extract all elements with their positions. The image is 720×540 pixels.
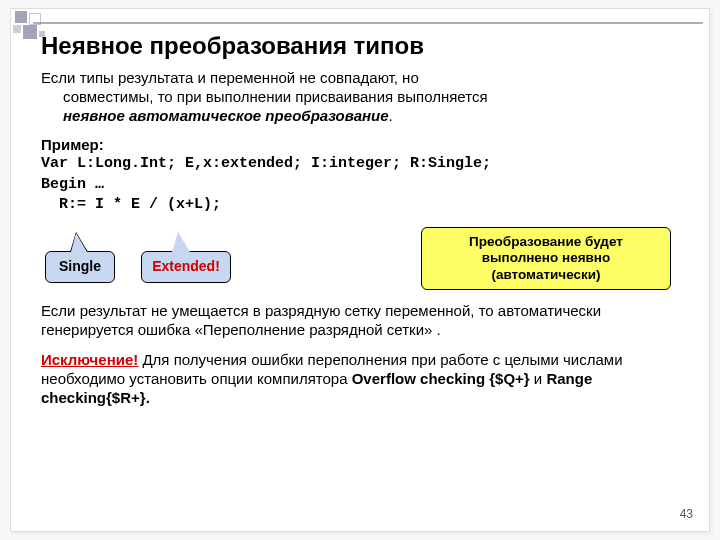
- callout-extended: Extended!: [141, 251, 231, 283]
- callout-note-text: Преобразование будет выполнено неявно (а…: [469, 234, 623, 281]
- callout-single-text: Single: [59, 258, 101, 274]
- slide-content: Неявное преобразования типов Если типы р…: [11, 9, 709, 423]
- code-line-1: Var L:Long.Int; E,x:extended; I:integer;…: [41, 154, 683, 174]
- example-label: Пример:: [41, 135, 683, 154]
- slide: Неявное преобразования типов Если типы р…: [10, 8, 710, 532]
- corner-decoration: [13, 11, 73, 39]
- code-line-2: Begin …: [41, 175, 683, 195]
- callout-note: Преобразование будет выполнено неявно (а…: [421, 227, 671, 290]
- exception-and: и: [530, 370, 547, 387]
- page-number: 43: [680, 507, 693, 521]
- callout-tail-icon: [70, 232, 88, 252]
- top-rule: [33, 22, 703, 24]
- intro-line2: совместимы, то при выполнении присваиван…: [63, 88, 488, 105]
- callout-extended-text: Extended!: [152, 258, 220, 274]
- intro-paragraph: Если типы результата и переменной не сов…: [41, 68, 683, 126]
- paragraph-overflow: Если результат не умещается в разрядную …: [41, 301, 683, 339]
- callout-single: Single: [45, 251, 115, 283]
- option-overflow: Overflow checking {$Q+}: [352, 370, 530, 387]
- code-line-3: R:= I * E / (x+L);: [41, 195, 683, 215]
- paragraph-exception: Исключение! Для получения ошибки перепол…: [41, 350, 683, 408]
- callout-tail-icon: [172, 232, 190, 252]
- intro-emphasis: неявное автоматическое преобразование: [63, 107, 389, 124]
- page-title: Неявное преобразования типов: [41, 31, 683, 62]
- intro-tail: .: [389, 107, 393, 124]
- exception-label: Исключение!: [41, 351, 138, 368]
- intro-line1: Если типы результата и переменной не сов…: [41, 69, 419, 86]
- example-block: Пример: Var L:Long.Int; E,x:extended; I:…: [41, 135, 683, 215]
- callouts-row: Single Extended! Преобразование будет вы…: [41, 221, 683, 301]
